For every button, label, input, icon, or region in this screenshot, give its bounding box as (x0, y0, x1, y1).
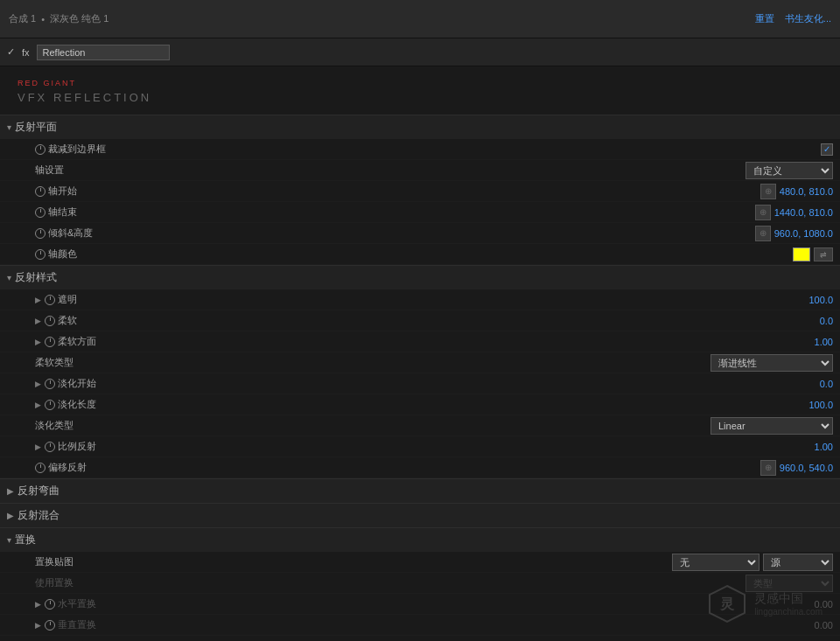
section-label-reflect-bend: 反射弯曲 (18, 484, 60, 498)
breadcrumb-item-1: 合成 1 (9, 12, 36, 25)
coord-btn-axis-start[interactable]: ⊕ (760, 184, 776, 199)
section-reflect-style[interactable]: ▾ 反射样式 (0, 265, 840, 289)
label-softness: 柔软 (58, 314, 163, 327)
label-tilt-height: 倾斜&高度 (48, 226, 153, 240)
label-axis-setting: 轴设置 (35, 164, 140, 177)
prop-softness-range: ▶ 柔软方面 1.00 (0, 331, 840, 352)
select-softness-type[interactable]: 渐进线性 (710, 354, 833, 372)
animate-tab[interactable]: 书生友化... (785, 12, 831, 25)
stopwatch-axis-end[interactable] (35, 207, 46, 218)
section-label-reflect-plane: 反射平面 (15, 120, 57, 135)
value-softness: 0.0 (820, 316, 833, 326)
expand-fade-length[interactable]: ▶ (35, 401, 41, 409)
section-arrow-reflect-plane: ▾ (7, 122, 11, 132)
stopwatch-softness-range[interactable] (45, 337, 55, 347)
expand-vert-displace[interactable]: ▶ (35, 621, 41, 630)
prop-axis-end: 轴结束 ⊕ 1440.0, 810.0 (0, 202, 840, 223)
value-axis-setting: 自定义 (746, 162, 833, 179)
label-use-displace: 使用置换 (35, 576, 140, 589)
coord-btn-offset-reflect[interactable]: ⊕ (760, 460, 776, 476)
value-opacity: 100.0 (808, 295, 833, 305)
num-softness[interactable]: 0.0 (820, 316, 833, 326)
select-axis-setting[interactable]: 自定义 (746, 162, 833, 179)
prop-scale-reflect: ▶ 比例反射 1.00 (0, 436, 840, 457)
breadcrumb-item-2: 深灰色 纯色 1 (50, 12, 108, 25)
num-fade-length[interactable]: 100.0 (808, 400, 833, 410)
label-horiz-displace: 水平置换 (58, 597, 163, 610)
stopwatch-horiz-displace[interactable] (45, 599, 55, 610)
prop-fade-length: ▶ 淡化长度 100.0 (0, 394, 840, 415)
main-content: RED GIANT VFX REFLECTION ▾ 反射平面 裁减到边界框 轴… (0, 66, 840, 641)
value-offset-reflect: ⊕ 960.0, 540.0 (760, 460, 833, 476)
watermark-brand: 灵感中国 (754, 591, 822, 607)
section-arrow-displace: ▾ (7, 535, 11, 545)
stopwatch-fade-length[interactable] (45, 400, 55, 410)
stopwatch-fit-bounds[interactable] (35, 144, 46, 155)
coord-value-offset-reflect[interactable]: 960.0, 540.0 (780, 463, 833, 473)
label-displace-map: 置换贴图 (35, 555, 140, 568)
reset-tab[interactable]: 重置 (755, 12, 774, 25)
expand-softness-range[interactable]: ▶ (35, 338, 41, 346)
prop-axis-color: 轴颜色 ⇌ (0, 244, 840, 265)
top-bar: 合成 1 • 深灰色 纯色 1 重置 书生友化... (0, 0, 840, 38)
fx-toggle-icon[interactable]: ✓ (7, 46, 15, 58)
select-displace-map-1[interactable]: 无 (672, 554, 760, 571)
value-fade-length: 100.0 (808, 400, 833, 410)
expand-scale-reflect[interactable]: ▶ (35, 442, 41, 451)
section-reflect-plane[interactable]: ▾ 反射平面 (0, 115, 840, 139)
label-axis-color: 轴颜色 (48, 247, 153, 261)
label-vert-displace: 垂直置换 (58, 618, 163, 631)
watermark-logo: 灵 (708, 584, 747, 624)
stopwatch-axis-start[interactable] (35, 186, 46, 197)
prop-displace-scale: ▶ 置换范围 0.00 (0, 636, 840, 641)
stopwatch-opacity[interactable] (45, 295, 55, 305)
prop-softness-type: 柔软类型 渐进线性 (0, 352, 840, 373)
stopwatch-softness[interactable] (45, 316, 55, 326)
link-btn-axis-color[interactable]: ⇌ (814, 247, 833, 261)
breadcrumb: 合成 1 • 深灰色 纯色 1 (9, 12, 108, 25)
select-fade-type[interactable]: Linear (710, 417, 833, 435)
value-softness-type: 渐进线性 (710, 354, 833, 372)
label-axis-end: 轴结束 (48, 206, 153, 219)
checkbox-fit-bounds[interactable] (821, 143, 833, 156)
stopwatch-offset-reflect[interactable] (35, 463, 46, 473)
fx-bar: ✓ fx (0, 38, 840, 66)
stopwatch-fade-start[interactable] (45, 379, 55, 389)
section-reflect-bend[interactable]: ▶ 反射弯曲 (0, 478, 840, 503)
num-opacity[interactable]: 100.0 (808, 295, 833, 305)
coord-btn-axis-end[interactable]: ⊕ (755, 205, 771, 220)
coord-value-axis-start[interactable]: 480.0, 810.0 (780, 186, 833, 197)
plugin-header: RED GIANT VFX REFLECTION (0, 66, 840, 115)
prop-offset-reflect: 偏移反射 ⊕ 960.0, 540.0 (0, 457, 840, 478)
stopwatch-axis-color[interactable] (35, 249, 46, 260)
coord-btn-tilt-height[interactable]: ⊕ (755, 226, 771, 241)
expand-softness[interactable]: ▶ (35, 317, 41, 325)
label-softness-range: 柔软方面 (58, 335, 163, 348)
stopwatch-scale-reflect[interactable] (45, 442, 55, 452)
fx-label: fx (22, 47, 30, 58)
select-displace-map-2[interactable]: 源 (763, 554, 833, 571)
expand-opacity[interactable]: ▶ (35, 296, 41, 304)
label-fit-bounds: 裁减到边界框 (48, 143, 153, 156)
value-axis-color: ⇌ (793, 247, 833, 261)
stopwatch-vert-displace[interactable] (45, 620, 55, 631)
label-offset-reflect: 偏移反射 (48, 461, 153, 474)
stopwatch-tilt-height[interactable] (35, 228, 46, 239)
label-axis-start: 轴开始 (48, 185, 153, 198)
prop-tilt-height: 倾斜&高度 ⊕ 960.0, 1080.0 (0, 223, 840, 244)
num-scale-reflect[interactable]: 1.00 (815, 442, 833, 452)
num-fade-start[interactable]: 0.0 (820, 379, 833, 389)
expand-fade-start[interactable]: ▶ (35, 380, 41, 388)
num-softness-range[interactable]: 1.00 (815, 337, 833, 347)
color-swatch-axis[interactable] (793, 247, 810, 261)
section-displace[interactable]: ▾ 置换 (0, 527, 840, 552)
value-fit-bounds (821, 143, 833, 156)
coord-value-tilt-height[interactable]: 960.0, 1080.0 (774, 228, 833, 239)
effect-name-input[interactable] (37, 45, 170, 60)
value-fade-start: 0.0 (820, 379, 833, 389)
expand-horiz-displace[interactable]: ▶ (35, 600, 41, 609)
section-reflect-blend[interactable]: ▶ 反射混合 (0, 503, 840, 527)
label-fade-type: 淡化类型 (35, 419, 140, 432)
coord-value-axis-end[interactable]: 1440.0, 810.0 (774, 207, 833, 218)
section-label-displace: 置换 (15, 533, 36, 547)
